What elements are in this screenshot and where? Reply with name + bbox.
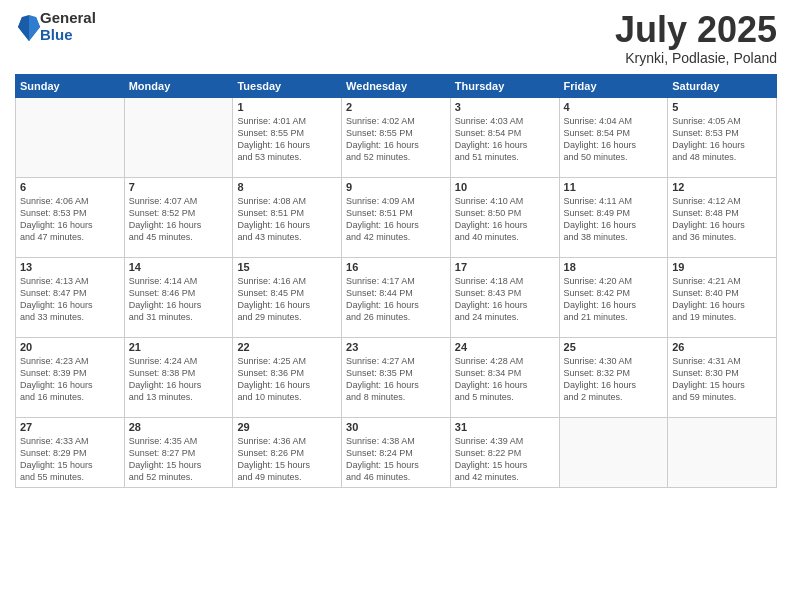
day-info: Sunrise: 4:06 AMSunset: 8:53 PMDaylight:… xyxy=(20,195,120,244)
day-info: Sunrise: 4:08 AMSunset: 8:51 PMDaylight:… xyxy=(237,195,337,244)
table-row: 2Sunrise: 4:02 AMSunset: 8:55 PMDaylight… xyxy=(342,97,451,177)
table-row: 6Sunrise: 4:06 AMSunset: 8:53 PMDaylight… xyxy=(16,177,125,257)
day-number: 18 xyxy=(564,261,664,273)
table-row: 1Sunrise: 4:01 AMSunset: 8:55 PMDaylight… xyxy=(233,97,342,177)
table-row: 5Sunrise: 4:05 AMSunset: 8:53 PMDaylight… xyxy=(668,97,777,177)
day-info: Sunrise: 4:04 AMSunset: 8:54 PMDaylight:… xyxy=(564,115,664,164)
table-row: 25Sunrise: 4:30 AMSunset: 8:32 PMDayligh… xyxy=(559,337,668,417)
table-row: 14Sunrise: 4:14 AMSunset: 8:46 PMDayligh… xyxy=(124,257,233,337)
header-friday: Friday xyxy=(559,74,668,97)
day-info: Sunrise: 4:38 AMSunset: 8:24 PMDaylight:… xyxy=(346,435,446,484)
table-row: 13Sunrise: 4:13 AMSunset: 8:47 PMDayligh… xyxy=(16,257,125,337)
table-row: 15Sunrise: 4:16 AMSunset: 8:45 PMDayligh… xyxy=(233,257,342,337)
table-row: 28Sunrise: 4:35 AMSunset: 8:27 PMDayligh… xyxy=(124,417,233,487)
day-info: Sunrise: 4:07 AMSunset: 8:52 PMDaylight:… xyxy=(129,195,229,244)
day-number: 28 xyxy=(129,421,229,433)
day-info: Sunrise: 4:10 AMSunset: 8:50 PMDaylight:… xyxy=(455,195,555,244)
day-number: 23 xyxy=(346,341,446,353)
day-info: Sunrise: 4:24 AMSunset: 8:38 PMDaylight:… xyxy=(129,355,229,404)
day-info: Sunrise: 4:16 AMSunset: 8:45 PMDaylight:… xyxy=(237,275,337,324)
day-number: 15 xyxy=(237,261,337,273)
day-number: 10 xyxy=(455,181,555,193)
day-info: Sunrise: 4:25 AMSunset: 8:36 PMDaylight:… xyxy=(237,355,337,404)
day-info: Sunrise: 4:09 AMSunset: 8:51 PMDaylight:… xyxy=(346,195,446,244)
logo-text: General Blue xyxy=(40,10,96,43)
location-subtitle: Krynki, Podlasie, Poland xyxy=(615,50,777,66)
day-number: 19 xyxy=(672,261,772,273)
day-number: 2 xyxy=(346,101,446,113)
table-row: 18Sunrise: 4:20 AMSunset: 8:42 PMDayligh… xyxy=(559,257,668,337)
table-row: 12Sunrise: 4:12 AMSunset: 8:48 PMDayligh… xyxy=(668,177,777,257)
table-row: 23Sunrise: 4:27 AMSunset: 8:35 PMDayligh… xyxy=(342,337,451,417)
day-number: 24 xyxy=(455,341,555,353)
day-info: Sunrise: 4:35 AMSunset: 8:27 PMDaylight:… xyxy=(129,435,229,484)
table-row: 3Sunrise: 4:03 AMSunset: 8:54 PMDaylight… xyxy=(450,97,559,177)
day-number: 25 xyxy=(564,341,664,353)
day-info: Sunrise: 4:30 AMSunset: 8:32 PMDaylight:… xyxy=(564,355,664,404)
day-number: 21 xyxy=(129,341,229,353)
day-number: 9 xyxy=(346,181,446,193)
table-row xyxy=(668,417,777,487)
table-row: 16Sunrise: 4:17 AMSunset: 8:44 PMDayligh… xyxy=(342,257,451,337)
logo-general-text: General xyxy=(40,10,96,27)
day-info: Sunrise: 4:20 AMSunset: 8:42 PMDaylight:… xyxy=(564,275,664,324)
title-section: July 2025 Krynki, Podlasie, Poland xyxy=(615,10,777,66)
header-sunday: Sunday xyxy=(16,74,125,97)
header: General Blue July 2025 Krynki, Podlasie,… xyxy=(15,10,777,66)
svg-marker-2 xyxy=(18,15,29,41)
table-row: 20Sunrise: 4:23 AMSunset: 8:39 PMDayligh… xyxy=(16,337,125,417)
day-info: Sunrise: 4:12 AMSunset: 8:48 PMDaylight:… xyxy=(672,195,772,244)
day-info: Sunrise: 4:33 AMSunset: 8:29 PMDaylight:… xyxy=(20,435,120,484)
day-number: 17 xyxy=(455,261,555,273)
day-number: 1 xyxy=(237,101,337,113)
header-thursday: Thursday xyxy=(450,74,559,97)
table-row: 7Sunrise: 4:07 AMSunset: 8:52 PMDaylight… xyxy=(124,177,233,257)
table-row: 21Sunrise: 4:24 AMSunset: 8:38 PMDayligh… xyxy=(124,337,233,417)
table-row: 22Sunrise: 4:25 AMSunset: 8:36 PMDayligh… xyxy=(233,337,342,417)
day-number: 14 xyxy=(129,261,229,273)
table-row: 29Sunrise: 4:36 AMSunset: 8:26 PMDayligh… xyxy=(233,417,342,487)
day-info: Sunrise: 4:01 AMSunset: 8:55 PMDaylight:… xyxy=(237,115,337,164)
day-number: 31 xyxy=(455,421,555,433)
day-info: Sunrise: 4:36 AMSunset: 8:26 PMDaylight:… xyxy=(237,435,337,484)
day-info: Sunrise: 4:39 AMSunset: 8:22 PMDaylight:… xyxy=(455,435,555,484)
day-number: 26 xyxy=(672,341,772,353)
logo-blue-text: Blue xyxy=(40,27,96,44)
day-info: Sunrise: 4:18 AMSunset: 8:43 PMDaylight:… xyxy=(455,275,555,324)
logo: General Blue xyxy=(15,10,96,43)
table-row: 4Sunrise: 4:04 AMSunset: 8:54 PMDaylight… xyxy=(559,97,668,177)
day-info: Sunrise: 4:14 AMSunset: 8:46 PMDaylight:… xyxy=(129,275,229,324)
table-row: 19Sunrise: 4:21 AMSunset: 8:40 PMDayligh… xyxy=(668,257,777,337)
day-number: 5 xyxy=(672,101,772,113)
svg-marker-1 xyxy=(29,15,40,41)
day-info: Sunrise: 4:23 AMSunset: 8:39 PMDaylight:… xyxy=(20,355,120,404)
day-number: 13 xyxy=(20,261,120,273)
day-number: 30 xyxy=(346,421,446,433)
table-row xyxy=(124,97,233,177)
table-row xyxy=(16,97,125,177)
day-info: Sunrise: 4:02 AMSunset: 8:55 PMDaylight:… xyxy=(346,115,446,164)
day-number: 7 xyxy=(129,181,229,193)
table-row: 24Sunrise: 4:28 AMSunset: 8:34 PMDayligh… xyxy=(450,337,559,417)
day-info: Sunrise: 4:03 AMSunset: 8:54 PMDaylight:… xyxy=(455,115,555,164)
day-info: Sunrise: 4:27 AMSunset: 8:35 PMDaylight:… xyxy=(346,355,446,404)
day-info: Sunrise: 4:17 AMSunset: 8:44 PMDaylight:… xyxy=(346,275,446,324)
table-row xyxy=(559,417,668,487)
day-number: 11 xyxy=(564,181,664,193)
table-row: 26Sunrise: 4:31 AMSunset: 8:30 PMDayligh… xyxy=(668,337,777,417)
logo-icon xyxy=(18,13,40,41)
day-number: 6 xyxy=(20,181,120,193)
header-wednesday: Wednesday xyxy=(342,74,451,97)
page: General Blue July 2025 Krynki, Podlasie,… xyxy=(0,0,792,612)
day-info: Sunrise: 4:05 AMSunset: 8:53 PMDaylight:… xyxy=(672,115,772,164)
table-row: 30Sunrise: 4:38 AMSunset: 8:24 PMDayligh… xyxy=(342,417,451,487)
calendar-table: Sunday Monday Tuesday Wednesday Thursday… xyxy=(15,74,777,488)
table-row: 10Sunrise: 4:10 AMSunset: 8:50 PMDayligh… xyxy=(450,177,559,257)
table-row: 17Sunrise: 4:18 AMSunset: 8:43 PMDayligh… xyxy=(450,257,559,337)
month-title: July 2025 xyxy=(615,10,777,50)
day-number: 27 xyxy=(20,421,120,433)
day-number: 22 xyxy=(237,341,337,353)
table-row: 9Sunrise: 4:09 AMSunset: 8:51 PMDaylight… xyxy=(342,177,451,257)
day-number: 16 xyxy=(346,261,446,273)
header-saturday: Saturday xyxy=(668,74,777,97)
